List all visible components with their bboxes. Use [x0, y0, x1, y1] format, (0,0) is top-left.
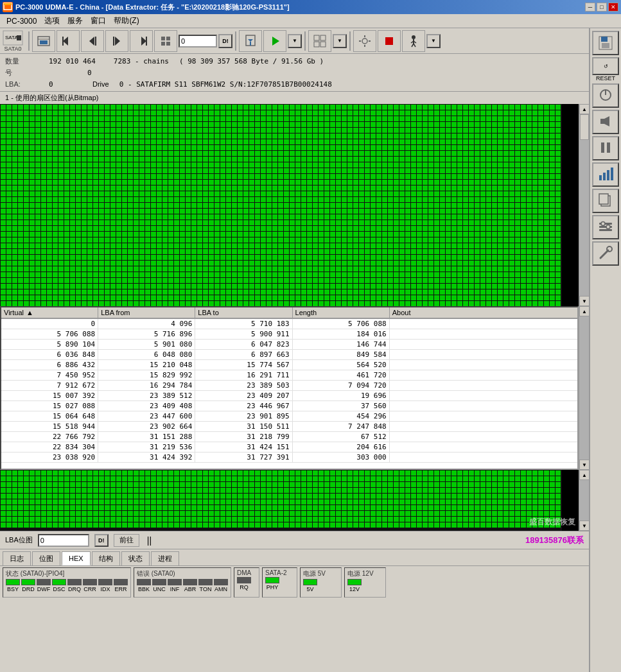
minimize-button[interactable]: ─: [585, 3, 595, 12]
power12-label: 电源 12V: [347, 569, 383, 578]
table-row[interactable]: 15 027 088 23 409 408 23 446 967 37 560: [1, 401, 577, 411]
tab-hex[interactable]: HEX: [62, 551, 91, 565]
toolbar-btn-10[interactable]: [353, 30, 376, 52]
tab-log[interactable]: 日志: [3, 551, 31, 565]
lba-input[interactable]: [38, 534, 89, 547]
svg-line-60: [600, 250, 608, 258]
view-options-btn[interactable]: ▼: [333, 34, 347, 48]
table-row[interactable]: 15 064 648 23 447 600 23 901 895 454 296: [1, 411, 577, 422]
toolbar-btn-3[interactable]: [81, 30, 104, 52]
table-row[interactable]: 6 886 432 15 210 048 15 774 567 564 520: [1, 360, 577, 370]
table-row[interactable]: 5 890 104 5 901 080 6 047 823 146 744: [1, 340, 577, 350]
rs-btn-save[interactable]: [592, 31, 619, 55]
close-button[interactable]: ✕: [608, 3, 618, 12]
phone-text: 189135876联系: [525, 535, 584, 546]
menu-bar: PC-3000 选项 服务 窗口 帮助(Z): [0, 14, 621, 28]
bottom-scroll-track: [579, 480, 589, 521]
indicator-label: DWF: [37, 586, 51, 592]
rs-btn-pause[interactable]: [592, 136, 619, 160]
toolbar-btn-2[interactable]: [57, 30, 80, 52]
svg-rect-57: [599, 229, 612, 231]
indicator: 5V: [303, 579, 317, 592]
toolbar-btn-7[interactable]: [239, 30, 262, 52]
menu-options[interactable]: 选项: [40, 14, 64, 28]
svg-rect-17: [166, 37, 170, 40]
lba-goto-btn[interactable]: 前往: [114, 534, 139, 547]
toolbar-btn-4[interactable]: [105, 30, 128, 52]
toolbar-btn-9[interactable]: [308, 30, 331, 52]
drive-info: 0 - SATAFIRM S11 SBFM61W2 S/N:12F707851B…: [119, 80, 332, 89]
td-lba-from: 6 048 080: [98, 350, 195, 359]
rs-btn-wrench[interactable]: [592, 241, 619, 266]
walk-options-btn[interactable]: ▼: [426, 34, 441, 48]
rs-btn-settings[interactable]: [592, 215, 619, 239]
bytes-info: ( 98 309 357 568 Byte / 91.56 Gb ): [179, 57, 324, 65]
table-row[interactable]: 6 036 848 6 048 080 6 897 663 849 584: [1, 350, 577, 360]
toolbar-btn-11[interactable]: [402, 30, 425, 52]
table-row[interactable]: 23 038 920 31 424 392 31 727 391 303 000: [1, 452, 577, 463]
rs-btn-copy[interactable]: [592, 189, 619, 213]
table-row[interactable]: 22 834 304 31 219 536 31 424 151 204 616: [1, 442, 577, 452]
tab-structure[interactable]: 结构: [92, 551, 120, 565]
chart-icon: [598, 166, 613, 182]
sata2-section: SATA-2 PHY: [262, 567, 297, 598]
count-label: 数量: [5, 56, 31, 66]
indicator-label: INF: [170, 586, 180, 592]
menu-pc3000[interactable]: PC-3000: [3, 15, 40, 27]
table-row[interactable]: 7 912 672 16 294 784 23 389 503 7 094 72…: [1, 381, 577, 391]
td-length: 19 696: [293, 391, 390, 401]
scroll-thumb[interactable]: [580, 114, 589, 140]
toolbar-btn-1[interactable]: [32, 30, 55, 52]
svg-rect-49: [599, 175, 602, 180]
lba-d-btn[interactable]: D!: [94, 534, 109, 547]
table-row[interactable]: 0 4 096 5 710 183 5 706 088: [1, 319, 577, 329]
toolbar-btn-stop[interactable]: [378, 30, 401, 52]
d-button[interactable]: D!: [218, 34, 232, 48]
table-scroll-up[interactable]: ▲: [579, 306, 589, 316]
toolbar-btn-5[interactable]: [130, 30, 153, 52]
toolbar-btn-8[interactable]: [263, 30, 286, 52]
td-length: 7 094 720: [293, 381, 390, 390]
table-row[interactable]: 15 518 944 23 902 664 31 150 511 7 247 8…: [1, 422, 577, 432]
chains-value: 7283 - chains: [114, 57, 169, 65]
td-lba-from: 23 447 600: [98, 411, 195, 421]
menu-service[interactable]: 服务: [64, 14, 87, 28]
svg-text:SATA: SATA: [5, 35, 18, 40]
maximize-button[interactable]: □: [597, 3, 607, 12]
bottom-scroll-up[interactable]: ▲: [579, 470, 589, 480]
table-scroll-down[interactable]: ▼: [579, 460, 589, 470]
menu-help[interactable]: 帮助(Z): [110, 14, 143, 28]
rs-btn-chart[interactable]: [592, 162, 619, 187]
table-row[interactable]: 15 007 392 23 389 512 23 409 207 19 696: [1, 391, 577, 401]
td-lba-to: 5 710 183: [195, 319, 292, 329]
menu-window[interactable]: 窗口: [87, 14, 110, 28]
rs-btn-reset[interactable]: ↺: [592, 57, 619, 75]
indicator-label: PHY: [267, 584, 279, 590]
power12-indicators: 12V: [347, 579, 383, 592]
table-row[interactable]: 22 766 792 31 151 288 31 218 799 67 512: [1, 432, 577, 442]
sound-icon: [598, 114, 613, 129]
table-row[interactable]: 7 450 952 15 829 992 16 291 711 461 720: [1, 370, 577, 381]
bottom-scroll-down[interactable]: ▼: [579, 521, 589, 531]
indicator: ERR: [114, 579, 128, 592]
info-row-lba: LBA: 0 Drive 0 - SATAFIRM S11 SBFM61W2 S…: [5, 78, 584, 90]
table-row[interactable]: 5 706 088 5 716 896 5 900 911 184 016: [1, 329, 577, 340]
rs-btn-sound[interactable]: [592, 110, 619, 134]
svg-rect-50: [603, 173, 606, 180]
toolbar-btn-6[interactable]: [154, 30, 177, 52]
tab-status[interactable]: 状态: [121, 551, 150, 565]
indicator: INF: [168, 579, 182, 592]
scroll-up-btn[interactable]: ▲: [579, 104, 589, 114]
td-length: 204 616: [293, 442, 390, 452]
td-lba-to: 31 150 511: [195, 422, 292, 431]
tab-bitmap[interactable]: 位图: [32, 551, 60, 565]
td-lba-from: 4 096: [98, 319, 195, 329]
svg-rect-41: [601, 37, 608, 42]
scroll-down-btn[interactable]: ▼: [579, 296, 589, 306]
toolbar-input[interactable]: [179, 35, 217, 47]
prev-icon: [85, 34, 100, 48]
rs-btn-power[interactable]: [592, 83, 619, 108]
app-icon: [3, 2, 13, 12]
tab-process[interactable]: 进程: [151, 551, 179, 565]
play-options-btn[interactable]: ▼: [288, 34, 302, 48]
